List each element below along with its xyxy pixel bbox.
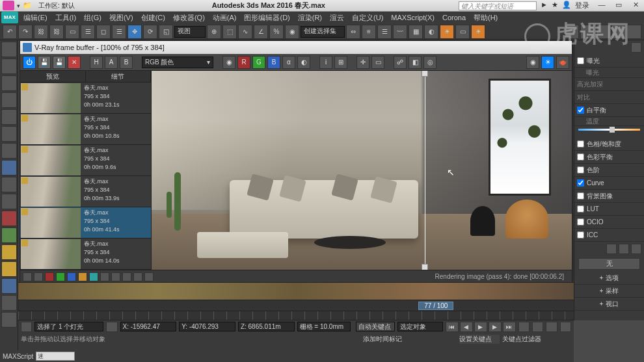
lt-light-icon[interactable] [1, 227, 17, 243]
cc-color-balance[interactable]: 色彩平衡 [574, 151, 644, 164]
vfb-rgb-button[interactable]: ◉ [222, 56, 235, 69]
timeline-thumbnails[interactable] [18, 282, 574, 300]
history-item[interactable]: 春天.max795 x 3840h 00m 9.6s [20, 145, 151, 176]
history-item[interactable]: 春天.max795 x 3840h 00m 14.0s [20, 239, 151, 270]
setkey-button[interactable]: 设置关键点 [459, 335, 500, 344]
recent-icon[interactable]: 📁 [20, 1, 34, 10]
vfb-titlebar[interactable]: V-Ray frame buffer - [100% of 795 x 384] [20, 41, 572, 54]
goto-end-button[interactable]: ⏭ [503, 322, 516, 332]
coord-y[interactable]: Y: -4076.293 [179, 322, 235, 331]
tool-b[interactable] [580, 25, 595, 39]
cc-hsl-check[interactable] [577, 140, 584, 148]
cc-contrast[interactable]: 对比 [574, 91, 644, 104]
cc-icc-check[interactable] [577, 231, 584, 239]
login-link[interactable]: 登录 [575, 1, 589, 10]
lock-icon[interactable] [21, 322, 32, 332]
rotate-button[interactable]: ⟳ [143, 25, 157, 39]
cc-highlight-burn[interactable]: 高光加深 [574, 78, 644, 91]
lt-teapot-icon[interactable] [1, 42, 17, 57]
vfb-green-button[interactable]: G [252, 56, 265, 69]
snap-button[interactable]: ∿ [238, 25, 252, 39]
cc-save-icon[interactable] [606, 244, 617, 254]
cc-load-icon[interactable] [619, 244, 629, 254]
vfb-history-button[interactable]: H [90, 56, 103, 69]
lt-tool11[interactable] [1, 211, 17, 226]
angle-snap-button[interactable]: ∠ [254, 25, 268, 39]
cc-lut[interactable]: LUT [574, 203, 644, 216]
vfb-compare-a-button[interactable]: A [105, 56, 118, 69]
lt-container-icon[interactable] [1, 58, 17, 74]
vfb-power-button[interactable]: ⏻ [23, 56, 36, 69]
add-time-tag[interactable]: 添加时间标记 [363, 335, 415, 344]
link-button[interactable]: ⛓ [34, 25, 48, 39]
goto-start-button[interactable]: ⏮ [446, 322, 459, 332]
frame-slider[interactable]: 77 / 100 [18, 300, 574, 311]
lt-tool3[interactable] [1, 75, 17, 91]
compare-handle-top[interactable] [422, 71, 428, 77]
vfb-corrections-button[interactable]: ◧ [409, 56, 422, 69]
signin-arrow-icon[interactable]: ► [541, 1, 548, 10]
render-button[interactable]: ☀ [471, 25, 485, 39]
menu-xuanyun[interactable]: 渲云 [326, 12, 348, 24]
viewnav-1[interactable] [518, 322, 530, 332]
prev-frame-button[interactable]: ◀ [460, 322, 473, 332]
lt-tool6[interactable] [1, 126, 17, 142]
vfb-lens-button[interactable]: ◉ [526, 56, 539, 69]
history-tab-detail[interactable]: 细节 [86, 71, 152, 82]
mirror-button[interactable]: ⇔ [346, 25, 360, 39]
viewnav-4[interactable] [560, 322, 571, 332]
vfb-region-button[interactable]: ▭ [371, 56, 384, 69]
vfb-red-button[interactable]: R [237, 56, 250, 69]
sb-9[interactable] [111, 272, 120, 281]
move-button[interactable]: ✥ [127, 25, 142, 39]
tool-d[interactable] [611, 25, 626, 39]
compare-divider[interactable] [425, 71, 425, 270]
vfb-alpha-button[interactable]: α [282, 56, 295, 69]
sb-1[interactable] [23, 272, 32, 281]
maxscript-input[interactable]: 迷 [36, 352, 75, 361]
cc-wb-check[interactable] [577, 107, 584, 114]
lt-tool5[interactable] [1, 109, 17, 125]
vfb-cc-toggle-button[interactable]: ☀ [541, 56, 554, 69]
history-item[interactable]: 春天.max795 x 3840h 00m 41.4s [20, 207, 151, 239]
vfb-blue-button[interactable]: B [267, 56, 280, 69]
close-button[interactable]: ✕ [627, 1, 644, 11]
cc-icc[interactable]: ICC [574, 229, 644, 242]
ref-coord-dropdown[interactable]: 视图 [174, 26, 206, 38]
opt-options[interactable]: +选项 [574, 272, 644, 285]
cc-lut-check[interactable] [577, 205, 584, 213]
vfb-info-button[interactable]: i [319, 56, 332, 69]
lt-tool8[interactable] [1, 160, 17, 175]
lt-tool10[interactable] [1, 194, 17, 209]
render-setup-button[interactable]: ☀ [440, 25, 454, 39]
menu-animation[interactable]: 动画(A) [209, 12, 241, 24]
vfb-saveall-button[interactable]: 💾 [53, 56, 66, 69]
keyfilter-button[interactable]: 关键点过滤器 [502, 335, 558, 344]
tool-e[interactable] [627, 25, 641, 39]
menu-create[interactable]: 创建(C) [137, 12, 169, 24]
sb-10[interactable] [122, 272, 131, 281]
cc-levels[interactable]: 色阶 [574, 164, 644, 177]
menu-maxscript[interactable]: MAXScript(X) [387, 12, 438, 23]
filter-button[interactable]: ☰ [112, 25, 126, 39]
cc-temperature-slider[interactable] [574, 126, 644, 138]
select-name-button[interactable]: ☰ [81, 25, 95, 39]
cc-white-balance[interactable]: 白平衡 [574, 104, 644, 117]
vfb-mono-button[interactable]: ◐ [297, 56, 310, 69]
tool-a[interactable] [565, 25, 579, 39]
render-frame-button[interactable]: ▭ [455, 25, 470, 39]
cc-curve-check[interactable] [577, 179, 584, 187]
menu-group[interactable]: 组(G) [80, 12, 105, 24]
sb-r[interactable] [45, 272, 54, 281]
pivot-button[interactable]: ⊕ [207, 25, 221, 39]
sb-g[interactable] [56, 272, 65, 281]
menu-corona[interactable]: Corona [438, 12, 470, 23]
vfb-render-viewport[interactable]: ↖ [152, 71, 572, 270]
sb-c[interactable] [89, 272, 98, 281]
select-region-button[interactable]: ◻ [96, 25, 111, 39]
vfb-link-button[interactable]: ☍ [394, 56, 407, 69]
cc-bg-check[interactable] [577, 192, 584, 200]
vfb-compare-b-button[interactable]: B [120, 56, 133, 69]
menu-modifiers[interactable]: 修改器(Q) [169, 12, 209, 24]
cc-expand-icon[interactable] [631, 42, 641, 53]
